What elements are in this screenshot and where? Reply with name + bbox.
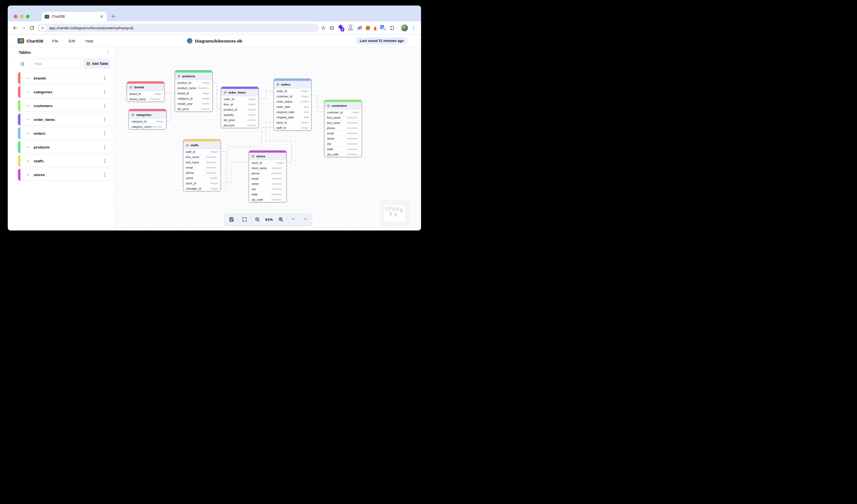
field-row-zip_code[interactable]: zip_codecharacter... <box>324 152 362 157</box>
sidebar-item-customers[interactable]: customers <box>18 100 112 112</box>
back-icon[interactable] <box>11 24 19 32</box>
filter-input[interactable] <box>31 59 81 69</box>
field-row-shipped_date[interactable]: shipped_datedate <box>274 115 311 120</box>
field-row-product_id[interactable]: product_idinteger <box>175 80 212 85</box>
table-node-order_items[interactable]: order_itemsorder_idintegeritem_idinteger… <box>221 87 259 128</box>
collapse-list-icon[interactable] <box>20 62 24 66</box>
url-bar[interactable] <box>37 24 319 32</box>
table-node-stores[interactable]: storesstore_idintegerstore_namecharacter… <box>249 150 287 202</box>
chevron-down-icon[interactable] <box>26 132 30 135</box>
relationship-edge-order_items.order_id-orders.order_id[interactable] <box>259 91 274 99</box>
eye-off-icon[interactable] <box>357 25 363 31</box>
field-row-order_status[interactable]: order_statussmallint <box>274 99 311 104</box>
chevron-down-icon[interactable] <box>26 118 30 121</box>
chevron-down-icon[interactable] <box>26 104 30 108</box>
field-row-category_id[interactable]: category_idinteger <box>129 119 166 124</box>
sidebar-item-products[interactable]: products <box>18 141 112 153</box>
reload-icon[interactable] <box>28 24 36 32</box>
table-options-kebab-icon[interactable] <box>101 171 108 178</box>
field-row-active[interactable]: activesmallint <box>183 175 221 181</box>
zoom-out-icon[interactable] <box>253 215 262 224</box>
table-node-brands[interactable]: brandsbrand_idintegerbrand_namecharacter… <box>127 81 165 102</box>
sidebar-item-staffs[interactable]: staffs <box>18 155 112 167</box>
table-node-header[interactable]: staffs <box>183 141 221 149</box>
table-node-customers[interactable]: customerscustomer_idintegerfirst_namecha… <box>324 100 362 157</box>
close-window-button[interactable] <box>14 15 17 18</box>
field-row-category_name[interactable]: category_namecharacter... <box>129 124 166 129</box>
table-options-kebab-icon[interactable] <box>101 157 108 165</box>
field-row-product_id[interactable]: product_idinteger <box>221 107 258 112</box>
field-row-last_name[interactable]: last_namecharacter... <box>183 159 221 165</box>
new-tab-button[interactable] <box>109 13 117 20</box>
diagram-title[interactable]: Diagrams/bikestores-db <box>187 35 242 47</box>
zoom-in-icon[interactable] <box>276 215 285 224</box>
screenshot-camera-icon[interactable] <box>329 25 335 31</box>
field-row-customer_id[interactable]: customer_idinteger <box>324 110 362 115</box>
sidebar-item-order_items[interactable]: order_items <box>18 114 112 125</box>
table-options-kebab-icon[interactable] <box>101 74 108 82</box>
forward-icon[interactable] <box>19 24 28 32</box>
field-row-email[interactable]: emailcharacter... <box>183 165 221 170</box>
site-settings-icon[interactable] <box>39 24 46 32</box>
section-sort-chevrons-icon[interactable] <box>106 50 110 54</box>
field-row-state[interactable]: statecharacter... <box>249 191 286 197</box>
field-row-category_id[interactable]: category_idinteger <box>175 96 212 101</box>
redo-icon[interactable] <box>300 215 309 224</box>
field-row-store_id[interactable]: store_idinteger <box>183 181 221 186</box>
zoom-level-label[interactable]: 61% <box>264 217 274 222</box>
chevron-down-icon[interactable] <box>26 159 30 163</box>
relationship-edge-products.product_id-order_items.product_id[interactable] <box>213 83 221 109</box>
field-row-phone[interactable]: phonecharacter... <box>324 125 362 131</box>
relationship-edge-categories.category_id-products.category_id[interactable] <box>167 98 175 121</box>
field-row-quantity[interactable]: quantityinteger <box>221 112 258 117</box>
field-row-street[interactable]: streetcharacter... <box>249 181 286 186</box>
extension-panel-icon[interactable] <box>389 26 394 31</box>
field-row-email[interactable]: emailcharacter... <box>324 131 362 136</box>
table-node-header[interactable]: orders <box>274 81 311 88</box>
extension-updates-icon[interactable]: 8 <box>338 25 344 31</box>
field-row-order_id[interactable]: order_idinteger <box>221 96 258 102</box>
table-node-orders[interactable]: ordersorder_idintegercustomer_idintegero… <box>274 79 312 131</box>
field-row-list_price[interactable]: list_pricenumeric <box>221 117 258 122</box>
field-row-brand_name[interactable]: brand_namecharacter... <box>127 96 164 102</box>
tab-close-icon[interactable] <box>100 15 103 18</box>
field-row-model_year[interactable]: model_yearsmallint <box>175 101 212 106</box>
table-options-kebab-icon[interactable] <box>101 102 108 109</box>
table-options-kebab-icon[interactable] <box>101 116 108 123</box>
bookmark-star-icon[interactable] <box>321 26 326 31</box>
chevron-down-icon[interactable] <box>26 173 30 177</box>
field-row-order_id[interactable]: order_idinteger <box>274 88 311 94</box>
table-options-kebab-icon[interactable] <box>101 88 108 96</box>
field-row-store_id[interactable]: store_idinteger <box>249 160 286 165</box>
save-icon[interactable] <box>227 215 236 224</box>
field-row-order_date[interactable]: order_datedate <box>274 104 311 109</box>
field-row-list_price[interactable]: list_pricenumeric <box>175 106 212 112</box>
sidebar-item-stores[interactable]: stores <box>18 169 112 181</box>
menu-edit[interactable]: Edit <box>68 38 75 44</box>
field-row-zip_code[interactable]: zip_codecharacter... <box>249 197 286 202</box>
table-node-header[interactable]: categories <box>129 111 166 119</box>
translate-icon[interactable]: G A <box>380 25 386 31</box>
field-row-state[interactable]: statecharacter... <box>324 146 362 152</box>
table-node-header[interactable]: stores <box>249 153 286 160</box>
field-row-store_name[interactable]: store_namecharacter... <box>249 165 286 171</box>
table-node-categories[interactable]: categoriescategory_idintegercategory_nam… <box>129 109 167 130</box>
browser-menu-kebab-icon[interactable] <box>411 26 416 30</box>
chevron-down-icon[interactable] <box>26 146 30 149</box>
field-row-city[interactable]: citycharacter... <box>249 186 286 191</box>
field-row-staff_id[interactable]: staff_idinteger <box>274 125 311 130</box>
sidebar-item-categories[interactable]: categories <box>18 86 112 98</box>
field-row-phone[interactable]: phonecharacter... <box>183 170 221 175</box>
cookie-icon[interactable] <box>366 26 370 30</box>
field-row-discount[interactable]: discountnumeric <box>221 122 258 128</box>
field-row-product_name[interactable]: product_namecharacter... <box>175 85 212 90</box>
field-row-store_id[interactable]: store_idinteger <box>274 120 311 125</box>
menu-help[interactable]: Help <box>85 38 94 44</box>
chevron-down-icon[interactable] <box>26 77 30 80</box>
field-row-item_id[interactable]: item_idinteger <box>221 102 258 107</box>
sidebar-item-brands[interactable]: brands <box>18 72 112 84</box>
field-row-customer_id[interactable]: customer_idinteger <box>274 94 311 99</box>
table-node-staffs[interactable]: staffsstaff_idintegerfirst_namecharacter… <box>183 139 221 191</box>
field-row-required_date[interactable]: required_datedate <box>274 109 311 115</box>
diagram-canvas[interactable]: 61% brandsbrand_idintegerbrand <box>115 47 421 231</box>
